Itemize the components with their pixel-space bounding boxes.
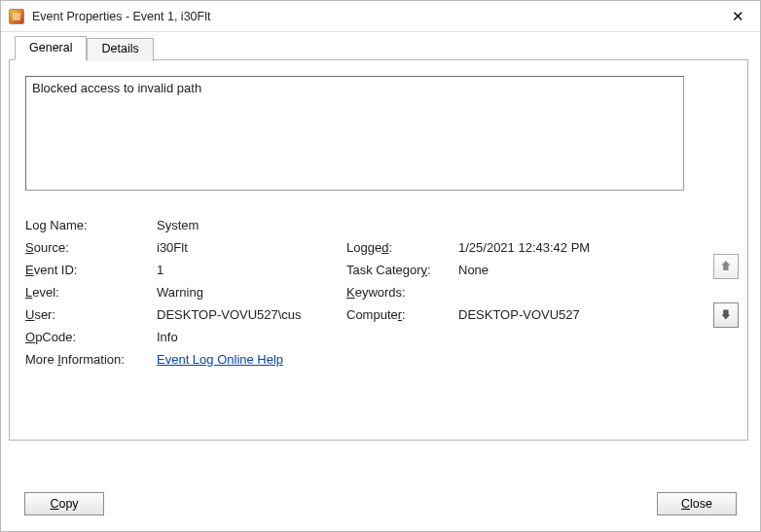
event-description[interactable]: Blocked access to invalid path [25,76,684,191]
tab-strip: General Details [15,36,748,59]
computer-value: DESKTOP-VOVU527 [458,307,653,322]
log-name-label: Log Name: [25,218,157,232]
opcode-label: OpCode: [25,330,157,344]
source-value: i30Flt [157,240,346,255]
footer: Copy Close [1,477,760,531]
more-info-link[interactable]: Event Log Online Help [157,352,346,367]
keywords-label: Keywords: [346,285,458,300]
next-event-button[interactable]: 🡇 [713,302,739,328]
log-name-value: System [157,218,346,232]
tab-body: Blocked access to invalid path Log Name:… [9,59,748,441]
logged-value: 1/25/2021 12:43:42 PM [458,240,653,255]
copy-button[interactable]: Copy [24,492,104,515]
opcode-value: Info [157,330,346,344]
more-info-label: More Information: [25,352,157,367]
window-title: Event Properties - Event 1, i30Flt [32,10,716,23]
arrow-up-icon: 🡅 [720,260,732,273]
event-id-value: 1 [157,263,346,277]
event-id-label: Event ID: [25,263,157,277]
arrow-down-icon: 🡇 [720,308,732,322]
window: Event Properties - Event 1, i30Flt ✕ Gen… [0,0,761,532]
user-label: User: [25,307,157,322]
window-close-button[interactable]: ✕ [716,2,760,31]
task-category-value: None [458,263,653,277]
task-category-label: Task Category: [346,263,458,277]
content-area: General Details Blocked access to invali… [1,32,760,477]
fields-grid: Log Name: System Source: i30Flt Logged: … [25,218,732,367]
computer-label: Computer: [346,307,458,322]
titlebar: Event Properties - Event 1, i30Flt ✕ [1,1,760,32]
level-value: Warning [157,285,346,300]
level-label: Level: [25,285,157,300]
tab-details[interactable]: Details [87,38,153,61]
source-label: Source: [25,240,157,255]
app-icon [9,9,24,24]
tab-general[interactable]: General [15,36,87,60]
close-button[interactable]: Close [657,492,737,515]
logged-label: Logged: [346,240,458,255]
prev-event-button[interactable]: 🡅 [713,254,739,279]
nav-buttons: 🡅 🡇 [713,254,739,328]
user-value: DESKTOP-VOVU527\cus [157,307,346,322]
